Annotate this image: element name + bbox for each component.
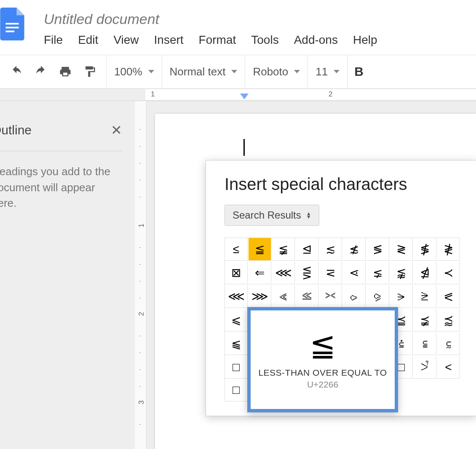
vruler-2: 2 bbox=[137, 312, 146, 316]
char-cell[interactable]: ⪩ bbox=[366, 285, 389, 308]
size-value: 11 bbox=[316, 65, 328, 78]
vruler-1: 1 bbox=[137, 224, 146, 227]
menu-format[interactable]: Format bbox=[199, 33, 236, 47]
document-title[interactable]: Untitled document bbox=[29, 9, 476, 33]
menu-file[interactable]: File bbox=[44, 33, 63, 47]
char-cell[interactable]: ⋜ bbox=[319, 262, 342, 284]
tooltip-glyph: ≦ bbox=[310, 330, 336, 361]
char-cell[interactable]: ⪫ bbox=[390, 285, 413, 308]
tooltip-name: LESS-THAN OVER EQUAL TO bbox=[258, 368, 387, 378]
char-cell[interactable]: ⇐ bbox=[249, 262, 271, 284]
print-icon[interactable] bbox=[59, 65, 72, 78]
char-cell[interactable]: ⋘ bbox=[272, 262, 295, 284]
char-cell[interactable]: ≹ bbox=[437, 238, 460, 261]
char-cell[interactable]: ≨ bbox=[272, 238, 295, 261]
caret-down-icon bbox=[294, 70, 300, 73]
char-cell[interactable]: ⊴ bbox=[296, 238, 318, 261]
char-cell[interactable]: ≸ bbox=[414, 238, 436, 261]
char-cell[interactable]: □ bbox=[225, 379, 248, 401]
undo-icon[interactable] bbox=[10, 65, 23, 78]
ruler-tick-2: 2 bbox=[329, 90, 332, 99]
menu-edit[interactable]: Edit bbox=[78, 33, 98, 47]
menu-bar: File Edit View Insert Format Tools Add-o… bbox=[29, 33, 476, 47]
char-cell[interactable]: ⪉ bbox=[390, 262, 413, 284]
vruler-3: 3 bbox=[137, 401, 146, 404]
caret-down-icon bbox=[334, 70, 340, 73]
char-cell[interactable]: ≦ bbox=[249, 238, 271, 261]
outline-title: Outline bbox=[0, 123, 32, 137]
char-cell[interactable]: ⪇ bbox=[366, 262, 389, 284]
svg-rect-0 bbox=[5, 23, 19, 24]
char-cell[interactable]: ≺ bbox=[437, 262, 460, 284]
horizontal-ruler[interactable]: 1 2 bbox=[0, 88, 476, 101]
char-cell[interactable]: ⪡ bbox=[272, 285, 295, 308]
text-cursor bbox=[243, 139, 245, 156]
menu-help[interactable]: Help bbox=[353, 33, 377, 47]
font-dropdown[interactable]: Roboto bbox=[245, 55, 308, 88]
char-cell[interactable]: ⋙ bbox=[249, 285, 271, 308]
font-value: Roboto bbox=[253, 65, 288, 78]
char-cell[interactable]: ⪕ bbox=[437, 285, 460, 308]
char-cell[interactable]: ≴ bbox=[343, 238, 366, 261]
zoom-dropdown[interactable]: 100% bbox=[107, 55, 162, 88]
indent-marker-icon[interactable] bbox=[240, 94, 249, 99]
menu-tools[interactable]: Tools bbox=[251, 33, 278, 47]
char-cell[interactable]: ≷ bbox=[390, 238, 413, 261]
toolbar: 100% Normal text Roboto 11 B bbox=[0, 55, 476, 88]
sort-arrows-icon: ▲▼ bbox=[306, 212, 311, 219]
char-cell[interactable]: ⋖ bbox=[343, 262, 366, 284]
char-cell[interactable]: ≲ bbox=[319, 238, 342, 261]
tooltip-code: U+2266 bbox=[307, 380, 338, 390]
style-value: Normal text bbox=[170, 65, 226, 78]
char-cell[interactable]: ≶ bbox=[366, 238, 389, 261]
caret-down-icon bbox=[148, 70, 154, 73]
style-dropdown[interactable]: Normal text bbox=[162, 55, 245, 88]
char-cell[interactable]: ⪷ bbox=[437, 309, 460, 331]
caret-down-icon bbox=[231, 70, 237, 73]
ruler-tick-1: 1 bbox=[151, 90, 155, 99]
svg-rect-2 bbox=[5, 31, 14, 32]
header: Untitled document File Edit View Insert … bbox=[0, 0, 476, 55]
main-area: Outline ✕ Headings you add to the docume… bbox=[0, 101, 476, 449]
menu-addons[interactable]: Add-ons bbox=[294, 33, 338, 47]
search-results-label: Search Results bbox=[233, 209, 301, 221]
char-cell[interactable]: ⪧ bbox=[343, 285, 366, 308]
char-cell[interactable]: ⊠ bbox=[225, 262, 248, 284]
menu-insert[interactable]: Insert bbox=[154, 33, 184, 47]
svg-rect-1 bbox=[5, 27, 19, 29]
document-page[interactable]: Insert special characters Search Results… bbox=[155, 114, 476, 449]
title-menu-area: Untitled document File Edit View Insert … bbox=[29, 4, 476, 47]
size-dropdown[interactable]: 11 bbox=[308, 55, 347, 88]
docs-logo-icon[interactable] bbox=[0, 8, 24, 40]
char-cell[interactable]: ⪣ bbox=[296, 285, 318, 308]
char-cell[interactable]: ≤ bbox=[225, 238, 248, 261]
outline-hint: Headings you add to the document will ap… bbox=[0, 151, 122, 211]
char-cell[interactable]: ⫅ bbox=[414, 332, 436, 355]
char-cell[interactable]: ⫹ bbox=[225, 332, 248, 355]
redo-icon[interactable] bbox=[35, 65, 47, 78]
char-cell[interactable]: ⪵ bbox=[414, 309, 436, 331]
close-icon[interactable]: ✕ bbox=[111, 122, 122, 138]
char-cell[interactable]: ⋘ bbox=[225, 285, 248, 308]
char-cell[interactable]: ⩽ bbox=[225, 309, 248, 331]
char-cell[interactable]: ⋚ bbox=[296, 262, 318, 284]
char-cell[interactable]: < bbox=[437, 356, 460, 379]
char-cell[interactable]: ⪭ bbox=[414, 285, 436, 308]
char-cell[interactable]: ⋬ bbox=[414, 262, 436, 284]
zoom-value: 100% bbox=[114, 65, 142, 78]
paint-format-icon[interactable] bbox=[83, 65, 96, 78]
char-cell[interactable]: ⪥ bbox=[319, 285, 342, 308]
char-cell[interactable]: ⩼ bbox=[414, 356, 436, 379]
character-tooltip: ≦ LESS-THAN OVER EQUAL TO U+2266 bbox=[247, 307, 398, 412]
char-cell[interactable]: ⫇ bbox=[437, 332, 460, 355]
bold-button[interactable]: B bbox=[348, 64, 370, 79]
search-results-dropdown[interactable]: Search Results ▲▼ bbox=[225, 205, 319, 226]
char-cell[interactable]: □ bbox=[225, 356, 248, 379]
outline-panel: Outline ✕ Headings you add to the docume… bbox=[0, 101, 135, 449]
vertical-ruler[interactable]: - - - - - 1 - - - - 2 - - - - 3 - bbox=[135, 101, 147, 449]
menu-view[interactable]: View bbox=[113, 33, 139, 47]
character-grid-extra-row: □ bbox=[225, 379, 248, 401]
dialog-title: Insert special characters bbox=[225, 175, 458, 194]
special-characters-dialog: Insert special characters Search Results… bbox=[206, 160, 476, 416]
